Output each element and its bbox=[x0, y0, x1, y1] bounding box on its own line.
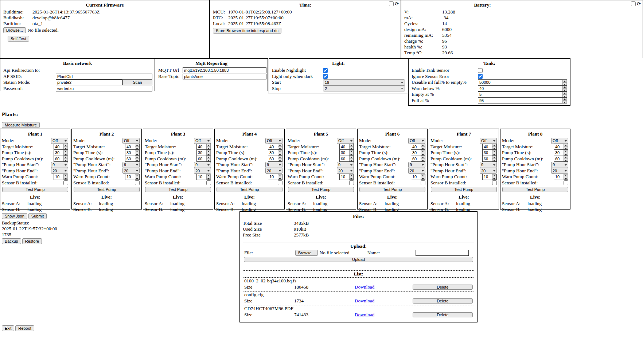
test-pump-button[interactable]: Test Pump bbox=[359, 187, 425, 192]
enable-nightlight-checkbox[interactable] bbox=[323, 68, 328, 73]
plant-sensor-b-checkbox[interactable] bbox=[492, 180, 497, 185]
spin-down-icon[interactable] bbox=[421, 177, 425, 180]
spin-down-icon[interactable] bbox=[135, 177, 139, 180]
spin-down-icon[interactable] bbox=[135, 159, 139, 161]
upload-name-input[interactable] bbox=[416, 250, 469, 256]
spin-up-icon[interactable] bbox=[564, 144, 568, 147]
number-spinner[interactable] bbox=[349, 144, 354, 149]
spin-up-icon[interactable] bbox=[206, 144, 211, 147]
backup-button[interactable]: Backup bbox=[2, 238, 21, 244]
plant-setting-select[interactable]: 9 bbox=[480, 162, 497, 168]
spin-down-icon[interactable] bbox=[564, 159, 568, 161]
spin-down-icon[interactable] bbox=[492, 159, 496, 161]
spin-up-icon[interactable] bbox=[206, 150, 211, 153]
test-pump-button[interactable]: Test Pump bbox=[2, 187, 68, 192]
plant-setting-select[interactable]: 20 bbox=[122, 168, 140, 174]
plant-setting-select[interactable]: 9 bbox=[122, 162, 140, 168]
plant-setting-select[interactable]: 9 bbox=[265, 162, 282, 168]
spin-up-icon[interactable] bbox=[564, 174, 568, 177]
spin-up-icon[interactable] bbox=[349, 174, 354, 177]
test-pump-button[interactable]: Test Pump bbox=[502, 187, 568, 192]
delete-button[interactable]: Delete bbox=[413, 285, 473, 290]
number-spinner[interactable] bbox=[421, 174, 425, 180]
reboot-button[interactable]: Reboot bbox=[15, 325, 34, 331]
number-spinner[interactable] bbox=[278, 174, 282, 180]
spin-up-icon[interactable] bbox=[278, 150, 282, 153]
plant-sensor-b-checkbox[interactable] bbox=[421, 180, 425, 185]
plant-sensor-b-checkbox[interactable] bbox=[349, 180, 354, 185]
spin-up-icon[interactable] bbox=[135, 150, 139, 153]
number-spinner[interactable] bbox=[206, 150, 211, 156]
number-spinner[interactable] bbox=[564, 156, 568, 161]
show-json-button[interactable]: Show Json bbox=[2, 213, 27, 219]
spin-down-icon[interactable] bbox=[564, 153, 568, 156]
refresh-icon[interactable]: ⟳ bbox=[637, 1, 641, 6]
plant-sensor-b-checkbox[interactable] bbox=[63, 180, 68, 185]
spin-down-icon[interactable] bbox=[206, 159, 211, 161]
spin-down-icon[interactable] bbox=[278, 153, 282, 156]
spin-down-icon[interactable] bbox=[564, 147, 568, 149]
number-spinner[interactable] bbox=[206, 144, 211, 149]
tank-empty-input[interactable] bbox=[478, 91, 567, 98]
plant-setting-select[interactable]: Off bbox=[337, 138, 354, 144]
light-stop-select[interactable]: 2 bbox=[323, 85, 405, 91]
spin-down-icon[interactable] bbox=[135, 153, 139, 156]
spin-up-icon[interactable] bbox=[206, 174, 211, 177]
spin-down-icon[interactable] bbox=[63, 147, 68, 149]
spin-up-icon[interactable] bbox=[492, 144, 496, 147]
spin-down-icon[interactable] bbox=[206, 153, 211, 156]
spin-up-icon[interactable] bbox=[564, 150, 568, 153]
spin-down-icon[interactable] bbox=[206, 177, 211, 180]
number-spinner[interactable] bbox=[206, 156, 211, 161]
number-spinner[interactable] bbox=[135, 156, 139, 161]
number-spinner[interactable] bbox=[135, 150, 139, 156]
spin-down-icon[interactable] bbox=[349, 177, 354, 180]
spin-down-icon[interactable] bbox=[492, 177, 496, 180]
time-auto-refresh-checkbox[interactable] bbox=[389, 1, 394, 6]
spin-up-icon[interactable] bbox=[278, 144, 282, 147]
light-only-dark-checkbox[interactable] bbox=[323, 74, 328, 79]
spin-up-icon[interactable] bbox=[421, 150, 425, 153]
number-spinner[interactable] bbox=[564, 144, 568, 149]
number-spinner[interactable] bbox=[278, 156, 282, 161]
number-spinner[interactable] bbox=[562, 80, 567, 85]
plant-setting-select[interactable]: 9 bbox=[194, 162, 211, 168]
number-spinner[interactable] bbox=[278, 150, 282, 156]
spin-up-icon[interactable] bbox=[63, 144, 68, 147]
spin-down-icon[interactable] bbox=[278, 159, 282, 161]
number-spinner[interactable] bbox=[562, 98, 567, 103]
test-pump-button[interactable]: Test Pump bbox=[217, 187, 282, 192]
number-spinner[interactable] bbox=[278, 144, 282, 149]
firmware-browse-button[interactable]: Browse... bbox=[3, 27, 26, 33]
plant-setting-select[interactable]: Off bbox=[408, 138, 425, 144]
plant-setting-select[interactable]: 20 bbox=[480, 168, 497, 174]
number-spinner[interactable] bbox=[564, 150, 568, 156]
scan-button[interactable]: Scan bbox=[122, 79, 152, 85]
exit-button[interactable]: Exit bbox=[2, 325, 14, 331]
spin-up-icon[interactable] bbox=[421, 144, 425, 147]
plant-sensor-b-checkbox[interactable] bbox=[278, 180, 282, 185]
tank-useable-input[interactable] bbox=[478, 79, 567, 86]
number-spinner[interactable] bbox=[564, 174, 568, 180]
plant-setting-select[interactable]: 20 bbox=[265, 168, 282, 174]
spin-up-icon[interactable] bbox=[349, 156, 354, 159]
measure-moisture-button[interactable]: Measure Moisture bbox=[2, 122, 40, 128]
number-spinner[interactable] bbox=[135, 144, 139, 149]
ap-ssid-input[interactable] bbox=[56, 74, 152, 79]
plant-setting-select[interactable]: Off bbox=[194, 138, 211, 144]
number-spinner[interactable] bbox=[349, 150, 354, 156]
spin-up-icon[interactable] bbox=[562, 80, 567, 83]
plant-setting-select[interactable]: 9 bbox=[408, 162, 425, 168]
test-pump-button[interactable]: Test Pump bbox=[431, 187, 497, 192]
upload-browse-button[interactable]: Browse... bbox=[295, 250, 318, 256]
delete-button[interactable]: Delete bbox=[413, 312, 473, 317]
plant-setting-select[interactable]: Off bbox=[265, 138, 282, 144]
plant-setting-select[interactable]: Off bbox=[51, 138, 68, 144]
spin-up-icon[interactable] bbox=[278, 174, 282, 177]
spin-down-icon[interactable] bbox=[562, 89, 567, 91]
plant-setting-select[interactable]: 20 bbox=[408, 168, 425, 174]
refresh-icon[interactable]: ⟳ bbox=[395, 1, 399, 6]
base-topic-input[interactable] bbox=[183, 74, 266, 79]
number-spinner[interactable] bbox=[135, 174, 139, 180]
number-spinner[interactable] bbox=[206, 174, 211, 180]
